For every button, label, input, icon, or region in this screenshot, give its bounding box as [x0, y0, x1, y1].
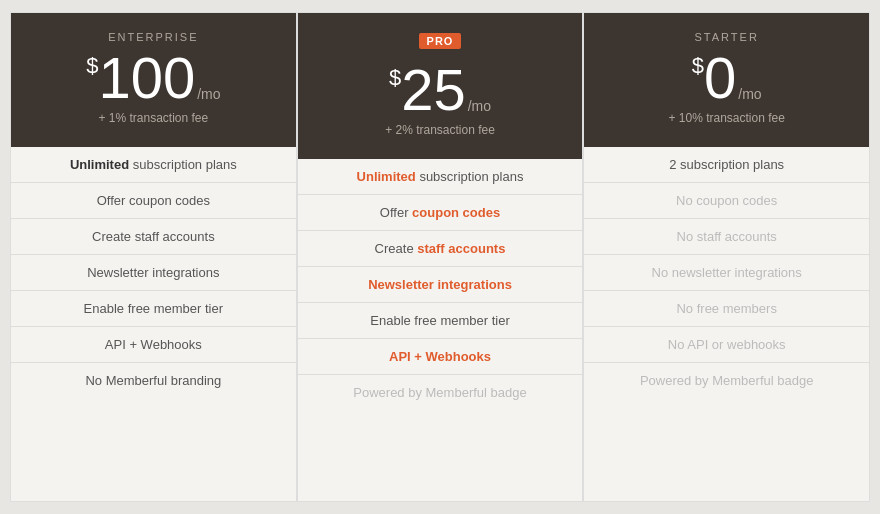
starter-transaction-fee: + 10% transaction fee — [596, 111, 857, 125]
list-item: Enable free member tier — [298, 303, 583, 339]
starter-features: 2 subscription plans No coupon codes No … — [584, 147, 869, 501]
feature-highlight: coupon codes — [412, 205, 500, 220]
list-item: No Memberful branding — [11, 363, 296, 398]
pro-price-row: $ 25 /mo — [310, 61, 571, 119]
feature-bold: Unlimited — [70, 157, 129, 172]
list-item: No staff accounts — [584, 219, 869, 255]
enterprise-plan-name: ENTERPRISE — [23, 31, 284, 43]
pricing-container: ENTERPRISE $ 100 /mo + 1% transaction fe… — [10, 12, 870, 502]
feature-highlight: Newsletter integrations — [368, 277, 512, 292]
list-item: Create staff accounts — [11, 219, 296, 255]
enterprise-per-mo: /mo — [197, 87, 220, 101]
pro-transaction-fee: + 2% transaction fee — [310, 123, 571, 137]
feature-highlight: Unlimited — [357, 169, 416, 184]
starter-per-mo: /mo — [738, 87, 761, 101]
plan-enterprise: ENTERPRISE $ 100 /mo + 1% transaction fe… — [10, 12, 297, 502]
starter-price-row: $ 0 /mo — [596, 49, 857, 107]
list-item: No newsletter integrations — [584, 255, 869, 291]
plan-pro: PRO $ 25 /mo + 2% transaction fee Unlimi… — [297, 12, 584, 502]
list-item: No free members — [584, 291, 869, 327]
feature-muted: No API or webhooks — [668, 337, 786, 352]
list-item: Powered by Memberful badge — [584, 363, 869, 398]
plan-starter: STARTER $ 0 /mo + 10% transaction fee 2 … — [583, 12, 870, 502]
starter-currency: $ — [692, 55, 704, 77]
list-item: Unlimited subscription plans — [298, 159, 583, 195]
enterprise-header: ENTERPRISE $ 100 /mo + 1% transaction fe… — [11, 13, 296, 147]
list-item: API + Webhooks — [11, 327, 296, 363]
list-item: API + Webhooks — [298, 339, 583, 375]
enterprise-transaction-fee: + 1% transaction fee — [23, 111, 284, 125]
list-item: Create staff accounts — [298, 231, 583, 267]
list-item: 2 subscription plans — [584, 147, 869, 183]
list-item: No API or webhooks — [584, 327, 869, 363]
pro-header: PRO $ 25 /mo + 2% transaction fee — [298, 13, 583, 159]
starter-amount: 0 — [704, 49, 736, 107]
list-item: No coupon codes — [584, 183, 869, 219]
list-item: Offer coupon codes — [11, 183, 296, 219]
pro-features: Unlimited subscription plans Offer coupo… — [298, 159, 583, 501]
feature-muted: No staff accounts — [677, 229, 777, 244]
list-item: Newsletter integrations — [298, 267, 583, 303]
starter-header: STARTER $ 0 /mo + 10% transaction fee — [584, 13, 869, 147]
enterprise-features: Unlimited subscription plans Offer coupo… — [11, 147, 296, 501]
feature-muted: Powered by Memberful badge — [353, 385, 526, 400]
pro-amount: 25 — [401, 61, 466, 119]
pro-currency: $ — [389, 67, 401, 89]
pro-per-mo: /mo — [468, 99, 491, 113]
enterprise-price-row: $ 100 /mo — [23, 49, 284, 107]
list-item: Offer coupon codes — [298, 195, 583, 231]
list-item: Unlimited subscription plans — [11, 147, 296, 183]
enterprise-currency: $ — [86, 55, 98, 77]
feature-highlight: staff accounts — [417, 241, 505, 256]
enterprise-amount: 100 — [98, 49, 195, 107]
list-item: Newsletter integrations — [11, 255, 296, 291]
feature-muted: Powered by Memberful badge — [640, 373, 813, 388]
pro-badge: PRO — [419, 33, 462, 49]
list-item: Powered by Memberful badge — [298, 375, 583, 410]
feature-muted: No free members — [676, 301, 776, 316]
starter-plan-name: STARTER — [596, 31, 857, 43]
list-item: Enable free member tier — [11, 291, 296, 327]
feature-highlight: API + Webhooks — [389, 349, 491, 364]
feature-muted: No coupon codes — [676, 193, 777, 208]
feature-muted: No newsletter integrations — [652, 265, 802, 280]
